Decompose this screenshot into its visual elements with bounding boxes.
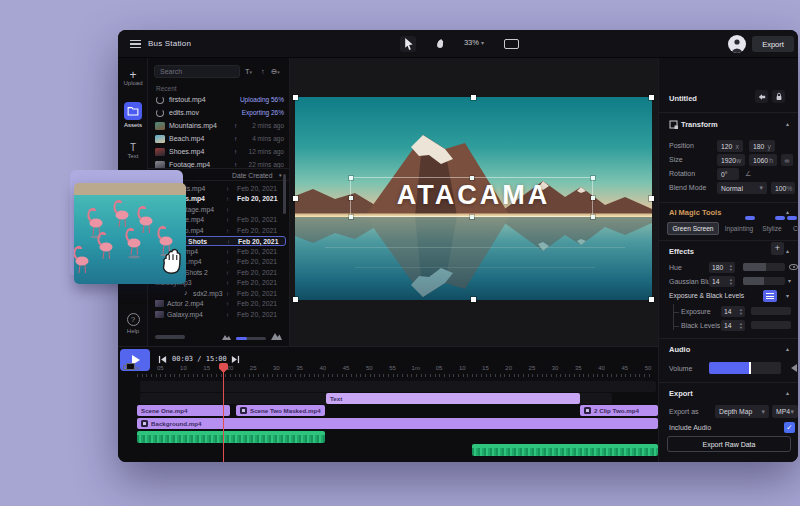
constrain-proportions-icon[interactable]: ∞ [781,154,793,166]
levels-adjust-button[interactable] [763,290,777,302]
exposure-slider[interactable] [751,307,791,315]
volume-slider[interactable] [709,362,781,374]
export-button[interactable]: Export [752,36,794,52]
audio-clip[interactable] [472,444,658,456]
flip-button[interactable] [755,90,768,103]
chevron-down-icon[interactable]: ▾ [786,292,789,299]
timeline-clip-text[interactable]: Text [326,393,580,404]
file-row[interactable]: Actor 2.mp4↑Feb 20, 2021 [150,299,286,310]
timeline-clip-scene-two[interactable]: Scene Two Masked.mp4 [236,405,325,416]
exposure-stepper[interactable]: 14▴▾ [721,306,745,317]
timeline-clip-two[interactable]: 2 Clip Two.mp4 [580,405,658,416]
collapse-icon[interactable]: ▴ [786,208,789,215]
selection-handle[interactable] [293,196,298,201]
list-scrollbar[interactable] [283,174,286,214]
collapse-icon[interactable]: ▴ [786,247,789,254]
export-raw-data-button[interactable]: Export Raw Data [667,436,791,452]
recent-item[interactable]: ↑Mountains.mp42 mins ago [148,120,290,132]
help-button[interactable]: ? Help [118,313,148,334]
sort-icon[interactable]: ↑ [261,67,265,76]
recent-item[interactable]: ↑Beach.mp44 mins ago [148,133,290,145]
chevron-down-icon[interactable]: ▾ [788,277,791,284]
empty-track[interactable] [140,381,656,392]
size-width-input[interactable]: 1920w [717,154,745,166]
upload-button[interactable]: + Upload [118,70,148,86]
text-tool-tab[interactable]: T Text [118,142,148,159]
cursor-tool-button[interactable] [400,36,416,52]
visibility-eye-icon[interactable] [789,264,798,270]
selection-handle[interactable] [293,95,298,100]
selection-handle[interactable] [349,215,353,219]
export-format-dropdown[interactable]: Depth Map▾ [715,405,769,418]
zoom-out-thumbnails-icon[interactable] [222,333,231,340]
export-container-dropdown[interactable]: MP4▾ [772,405,798,418]
menu-icon[interactable] [130,40,141,48]
skip-to-end-button[interactable] [231,355,240,364]
lock-button[interactable] [772,90,785,103]
ai-tools-section-title: AI Magic Tools [669,208,721,217]
avatar[interactable] [728,35,746,53]
hue-slider[interactable] [743,263,785,271]
track-options-icon[interactable] [123,365,130,370]
preview-canvas[interactable]: ATACAMA [290,58,658,376]
selection-handle[interactable] [293,297,298,302]
selection-handle[interactable] [470,176,474,180]
layer-name[interactable]: Untitled [669,94,697,103]
add-effect-button[interactable]: + [771,242,784,255]
zoom-in-thumbnails-icon[interactable] [271,331,282,340]
include-audio-checkbox[interactable]: ✓ [784,422,795,433]
blend-mode-dropdown[interactable]: Normal▾ [717,182,767,194]
playhead-handle[interactable] [219,363,228,373]
horizontal-scrollbar[interactable] [155,335,185,339]
collapse-icon[interactable]: ▴ [786,120,789,127]
selection-handle[interactable] [591,176,595,180]
audio-clip[interactable] [137,431,325,443]
selection-handle[interactable] [649,95,654,100]
selection-handle[interactable] [649,297,654,302]
hue-value-stepper[interactable]: 180▴▾ [709,262,735,273]
inspector-panel: Untitled Transform ▴ Position 120x 180y … [658,58,798,462]
file-row[interactable]: ♪sdx2.mp3↑Feb 20, 2021 [150,288,286,299]
blur-slider[interactable] [743,277,785,285]
opacity-input[interactable]: 100% [771,182,795,194]
selection-handle[interactable] [591,196,595,200]
recent-item[interactable]: ↑Shoes.mp412 mins ago [148,146,290,158]
black-levels-slider[interactable] [751,321,791,329]
thumbnail-size-slider[interactable] [236,337,266,340]
zoom-level-dropdown[interactable]: 33% ▾ [452,38,496,47]
selection-handle[interactable] [470,215,474,219]
file-row[interactable]: Galaxy.mp4↑Feb 20, 2021 [150,309,286,320]
recent-item[interactable]: edits.movExporting 26% [148,107,290,119]
blur-value-stepper[interactable]: 14▴▾ [709,276,735,287]
ai-tool-colorize[interactable]: Colorize [785,222,798,235]
collapse-icon[interactable]: ▴ [786,345,789,352]
ai-tool-inpainting[interactable]: Inpainting [723,222,755,235]
selection-handle[interactable] [349,176,353,180]
column-date[interactable]: Date Created [232,172,272,179]
collapse-icon[interactable]: ▴ [786,389,789,396]
speaker-icon[interactable] [787,364,797,372]
size-height-input[interactable]: 1060h [749,154,777,166]
hand-tool-button[interactable] [432,36,448,52]
black-levels-stepper[interactable]: 14▴▾ [721,320,745,331]
search-input[interactable] [154,65,240,78]
type-filter-icon[interactable]: T▾ [245,67,252,76]
text-selection-box[interactable] [350,177,593,217]
position-x-input[interactable]: 120x [717,140,743,152]
skip-to-start-button[interactable] [158,355,167,364]
timeline-clip-scene-one[interactable]: Scene One.mp4 [137,405,230,416]
selection-handle[interactable] [471,95,476,100]
ai-tool-green-screen[interactable]: Green Screen [667,222,719,235]
recent-item[interactable]: firstout.mp4Uploading 56% [148,94,290,106]
selection-handle[interactable] [649,196,654,201]
selection-handle[interactable] [349,196,353,200]
filter-icon[interactable]: ⊖▾ [271,67,280,76]
assets-tab[interactable]: Assets [118,102,148,128]
selection-handle[interactable] [471,297,476,302]
display-mode-icon[interactable] [504,39,519,49]
position-y-input[interactable]: 180y [749,140,775,152]
timeline-clip-background[interactable]: Background.mp4 [137,418,658,429]
rotation-input[interactable]: 0° [717,168,739,180]
ai-tool-stylize[interactable]: Stylize [759,222,785,235]
selection-handle[interactable] [591,215,595,219]
